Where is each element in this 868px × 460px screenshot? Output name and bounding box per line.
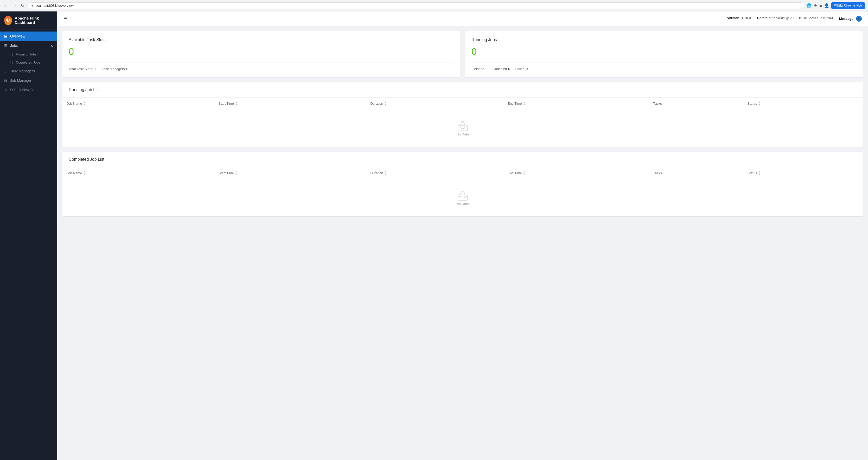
app-container: 🐿 Apache Flink Dashboard ▣ Overview ☰ Jo… [0, 11, 868, 460]
task-slots-title: Available Task Slots [69, 37, 454, 42]
message-label: Message: [839, 17, 855, 21]
available-task-slots-card: Available Task Slots 0 Total Task Slots … [62, 31, 460, 77]
col-tasks-running[interactable]: Tasks [649, 98, 743, 109]
sidebar-item-overview[interactable]: ▣ Overview [0, 31, 57, 41]
sort-icon-job-name-running: ▲▼ [83, 101, 86, 106]
completed-job-list-table: Job Name ▲▼ Start Time ▲▼ [62, 167, 863, 216]
chrome-update-button[interactable]: 有新版 Chrome 可用 [831, 2, 865, 9]
forward-button[interactable]: → [11, 2, 18, 9]
sidebar-item-submit-new-job[interactable]: ⇩ Submit New Job [0, 85, 57, 94]
canceled-value: 0 [508, 67, 510, 71]
col-tasks-completed[interactable]: Tasks [649, 167, 743, 179]
completed-jobs-icon: ◯ [9, 60, 13, 64]
task-managers-label: Task Managers [10, 69, 35, 73]
sidebar-item-task-managers[interactable]: ☷ Task Managers [0, 66, 57, 76]
completed-jobs-label: Completed Jobs [16, 60, 40, 64]
logo-icon: 🐿 [4, 16, 12, 25]
task-managers-value: 0 [126, 67, 128, 71]
col-end-time-completed[interactable]: End Time ▲▼ [503, 167, 649, 179]
sidebar-logo: 🐿 Apache Flink Dashboard [0, 11, 57, 29]
task-managers-icon: ☷ [4, 69, 7, 73]
sidebar-item-label: Overview [10, 34, 25, 38]
commit-value: a5548cc @ 2023-10-18T22:09:35+02:00 [772, 16, 833, 20]
col-start-time-completed[interactable]: Start Time ▲▼ [214, 167, 366, 179]
completed-jobs-no-data: No Data [62, 179, 863, 216]
task-managers-label: Task Managers [102, 67, 125, 71]
translate-icon[interactable]: 🌐 [806, 3, 811, 8]
hamburger-icon[interactable]: ☰ [63, 16, 68, 22]
sort-icon-end-time-running: ▲▼ [523, 101, 526, 106]
reload-button[interactable]: ↻ [20, 2, 25, 9]
main-area: ☰ Version: 1.18.0 Commit: a5548cc @ 2023… [57, 11, 868, 460]
running-jobs-card: Running Jobs 0 Finished 0 Canceled 0 Fai… [465, 31, 863, 77]
profile-icon[interactable]: 👤 [824, 3, 829, 8]
running-job-list-table-wrapper: Job Name ▲▼ Start Time ▲▼ [62, 98, 863, 147]
sort-icon-duration-running: ▲▼ [384, 101, 386, 106]
col-status-running[interactable]: Status ▲▼ [743, 98, 863, 109]
col-job-name-completed[interactable]: Job Name ▲▼ [62, 167, 214, 179]
top-bar: ☰ Version: 1.18.0 Commit: a5548cc @ 2023… [57, 11, 868, 26]
total-task-slots-label: Total Task Slots [69, 67, 92, 71]
completed-jobs-no-data-text: No Data [456, 202, 469, 206]
completed-job-list-section: Completed Job List Job Name ▲▼ [62, 152, 863, 216]
no-data-inbox-icon-running [456, 120, 469, 132]
running-job-list-title: Running Job List [62, 82, 863, 98]
col-duration-running[interactable]: Duration ▲▼ [366, 98, 503, 109]
version-label: Version: [727, 16, 741, 20]
job-manager-icon: ☷ [4, 78, 7, 83]
bookmark-icon[interactable]: ★ [814, 3, 817, 8]
task-slots-value: 0 [69, 46, 454, 57]
completed-job-list-title: Completed Job List [62, 152, 863, 167]
running-jobs-value: 0 [471, 46, 857, 57]
running-jobs-title: Running Jobs [471, 37, 857, 42]
canceled-stat: Canceled 0 [493, 67, 510, 71]
finished-value: 0 [486, 67, 487, 71]
sidebar-item-jobs[interactable]: ☰ Jobs ∧ [0, 41, 57, 50]
url-text: localhost:8081/#/overview [35, 4, 74, 7]
running-jobs-label: Running Jobs [16, 52, 37, 56]
col-start-time-running[interactable]: Start Time ▲▼ [214, 98, 366, 109]
job-manager-label: Job Manager [10, 78, 31, 83]
running-jobs-no-data-text: No Data [456, 132, 469, 136]
svg-rect-1 [458, 195, 467, 200]
cards-row: Available Task Slots 0 Total Task Slots … [62, 31, 863, 77]
main-content: Available Task Slots 0 Total Task Slots … [57, 26, 868, 460]
total-task-slots-stat: Total Task Slots 0 [69, 67, 95, 71]
sidebar-item-completed-jobs[interactable]: ◯ Completed Jobs [0, 58, 57, 66]
sort-icon-duration-completed: ▲▼ [384, 170, 386, 176]
col-job-name-running[interactable]: Job Name ▲▼ [62, 98, 214, 109]
canceled-label: Canceled [493, 67, 507, 71]
col-end-time-running[interactable]: End Time ▲▼ [503, 98, 649, 109]
sort-icon-start-time-completed: ▲▼ [235, 170, 238, 176]
running-jobs-stats: Finished 0 Canceled 0 Failed 0 [471, 62, 857, 71]
browser-chrome: ← → ↻ ● localhost:8081/#/overview 🌐 ★ ■ … [0, 0, 868, 11]
extensions-icon[interactable]: ■ [819, 3, 822, 8]
failed-value: 0 [526, 67, 528, 71]
sidebar-item-job-manager[interactable]: ☷ Job Manager [0, 76, 57, 85]
task-managers-stat: Task Managers 0 [102, 67, 128, 71]
back-button[interactable]: ← [3, 2, 9, 9]
sidebar-nav: ▣ Overview ☰ Jobs ∧ ◯ Running Jobs ◯ Com… [0, 29, 57, 460]
running-job-list-table: Job Name ▲▼ Start Time ▲▼ [62, 98, 863, 147]
total-task-slots-value: 0 [94, 67, 95, 71]
sidebar-jobs-label: Jobs [10, 44, 18, 48]
url-bar[interactable]: ● localhost:8081/#/overview [27, 2, 804, 9]
sort-icon-start-time-running: ▲▼ [235, 101, 238, 106]
overview-icon: ▣ [4, 34, 7, 38]
failed-stat: Failed 0 [516, 67, 528, 71]
version-info: Version: 1.18.0 [727, 16, 751, 22]
col-duration-completed[interactable]: Duration ▲▼ [366, 167, 503, 179]
sidebar-item-running-jobs[interactable]: ◯ Running Jobs [0, 50, 57, 58]
finished-stat: Finished 0 [471, 67, 487, 71]
finished-label: Finished [471, 67, 484, 71]
submit-label: Submit New Job [10, 88, 36, 92]
top-bar-info: Version: 1.18.0 Commit: a5548cc @ 2023-1… [727, 16, 862, 22]
running-jobs-icon: ◯ [9, 52, 13, 56]
jobs-icon: ☰ [4, 44, 7, 48]
failed-label: Failed [516, 67, 525, 71]
col-status-completed[interactable]: Status ▲▼ [743, 167, 863, 179]
task-slots-stats: Total Task Slots 0 Task Managers 0 [69, 62, 454, 71]
sidebar: 🐿 Apache Flink Dashboard ▣ Overview ☰ Jo… [0, 11, 57, 460]
completed-job-list-table-wrapper: Job Name ▲▼ Start Time ▲▼ [62, 167, 863, 216]
commit-info: Commit: a5548cc @ 2023-10-18T22:09:35+02… [757, 16, 833, 22]
